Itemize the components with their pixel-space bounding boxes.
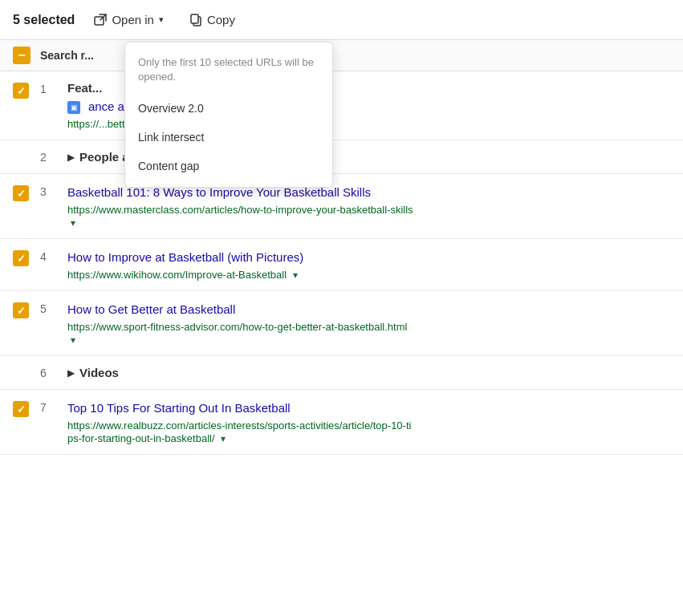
row-checkbox-1[interactable] bbox=[13, 83, 30, 100]
table-row-7: 7 Top 10 Tips For Starting Out In Basket… bbox=[0, 390, 683, 455]
row-number-7: 7 bbox=[40, 401, 59, 414]
row-link-4[interactable]: How to Improve at Basketball (with Pictu… bbox=[67, 249, 670, 265]
section-num-6: 6 bbox=[40, 367, 59, 379]
copy-button[interactable]: Copy bbox=[183, 10, 242, 30]
row-content-4: How to Improve at Basketball (with Pictu… bbox=[67, 249, 670, 281]
section-title-6: Videos bbox=[79, 366, 119, 379]
dropdown-chevron: ▾ bbox=[159, 14, 164, 25]
row-number-4: 4 bbox=[40, 250, 59, 263]
table-row-4: 4 How to Improve at Basketball (with Pic… bbox=[0, 239, 683, 291]
row-checkbox-3[interactable] bbox=[13, 185, 30, 203]
section-row-6: 6 ▶ Videos bbox=[0, 356, 683, 390]
dropdown-item-overview[interactable]: Overview 2.0 bbox=[125, 94, 332, 123]
row-number-3: 3 bbox=[40, 185, 59, 198]
toolbar: 5 selected Open in ▾ Copy Only the first… bbox=[0, 0, 683, 40]
copy-icon bbox=[189, 14, 202, 26]
row-checkbox-4[interactable] bbox=[13, 250, 30, 268]
row-checkbox-7[interactable] bbox=[13, 401, 30, 419]
dropdown-note: Only the first 10 selected URLs will be … bbox=[125, 49, 332, 94]
row-url-4[interactable]: https://www.wikihow.com/Improve-at-Baske… bbox=[67, 269, 287, 281]
dropdown-item-content-gap[interactable]: Content gap bbox=[125, 152, 332, 180]
row-url-7[interactable]: https://www.realbuzz.com/articles-intere… bbox=[67, 419, 411, 444]
thumbnail-icon-1: ▣ bbox=[67, 101, 80, 114]
selected-count: 5 selected bbox=[13, 13, 75, 27]
dropdown-item-link-intersect[interactable]: Link intersect bbox=[125, 123, 332, 152]
open-in-icon bbox=[94, 14, 107, 26]
table-row: 1 Feat... ▣ ance as a Basketball Player … bbox=[0, 71, 683, 140]
row-url-5[interactable]: https://www.sport-fitness-advisor.com/ho… bbox=[67, 321, 407, 333]
row-url-3[interactable]: https://www.masterclass.com/articles/how… bbox=[67, 204, 413, 216]
section-expand-2[interactable]: ▶ bbox=[67, 152, 75, 163]
copy-label: Copy bbox=[207, 13, 235, 26]
row-link-5[interactable]: How to Get Better at Basketball bbox=[67, 301, 670, 318]
row-link-7[interactable]: Top 10 Tips For Starting Out In Basketba… bbox=[67, 399, 670, 416]
section-expand-6[interactable]: ▶ bbox=[67, 367, 75, 379]
row-content-3: Basketball 101: 8 Ways to Improve Your B… bbox=[67, 184, 670, 229]
table-header-label: Search r... bbox=[40, 49, 94, 62]
url-expand-arrow-5[interactable]: ▾ bbox=[71, 334, 75, 346]
table-row-3: 3 Basketball 101: 8 Ways to Improve Your… bbox=[0, 174, 683, 239]
row-checkbox-5[interactable] bbox=[13, 302, 30, 320]
row-content-5: How to Get Better at Basketball https://… bbox=[67, 301, 670, 346]
deselect-all-button[interactable]: − bbox=[13, 47, 30, 64]
row-number-5: 5 bbox=[40, 302, 59, 315]
row-number-1: 1 bbox=[40, 83, 59, 95]
open-in-dropdown: Only the first 10 selected URLs will be … bbox=[124, 42, 333, 188]
table-row-5: 5 How to Get Better at Basketball https:… bbox=[0, 291, 683, 356]
svg-rect-2 bbox=[191, 14, 198, 23]
open-in-button[interactable]: Open in ▾ bbox=[87, 10, 170, 30]
section-row-2: 2 ▶ People also ask bbox=[0, 140, 683, 174]
table-header: − Search r... bbox=[0, 40, 683, 71]
url-expand-arrow-3[interactable]: ▾ bbox=[71, 217, 75, 229]
row-content-7: Top 10 Tips For Starting Out In Basketba… bbox=[67, 399, 670, 444]
section-num-2: 2 bbox=[40, 151, 59, 164]
url-expand-arrow-4[interactable]: ▾ bbox=[293, 270, 298, 281]
url-expand-arrow-7[interactable]: ▾ bbox=[221, 433, 226, 444]
open-in-label: Open in bbox=[112, 13, 154, 26]
